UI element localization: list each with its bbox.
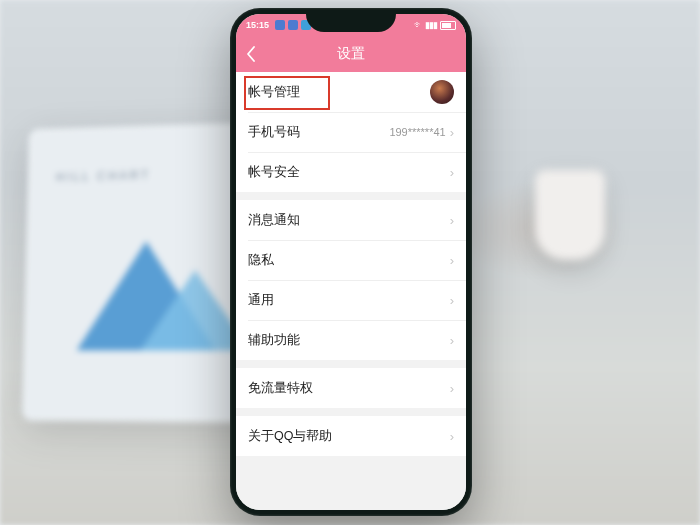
mug-decor bbox=[535, 170, 605, 260]
chevron-left-icon bbox=[246, 46, 256, 62]
battery-icon bbox=[440, 21, 456, 30]
header-bar: 设置 bbox=[236, 36, 466, 72]
settings-group: 免流量特权› bbox=[236, 368, 466, 408]
row-label: 辅助功能 bbox=[248, 332, 450, 349]
row-value: 199******41 bbox=[389, 126, 445, 138]
row-label: 手机号码 bbox=[248, 124, 389, 141]
phone-screen: 15:15 ᯤ ▮▮▮ 设置 帐号管理手机号码199******41›帐号安全›… bbox=[236, 14, 466, 510]
row-label: 消息通知 bbox=[248, 212, 450, 229]
notch bbox=[306, 14, 396, 32]
settings-row-phone[interactable]: 手机号码199******41› bbox=[236, 112, 466, 152]
chevron-right-icon: › bbox=[450, 125, 454, 140]
row-label: 通用 bbox=[248, 292, 450, 309]
chevron-right-icon: › bbox=[450, 381, 454, 396]
row-label: 帐号管理 bbox=[248, 84, 430, 101]
chevron-right-icon: › bbox=[450, 293, 454, 308]
settings-row-general[interactable]: 通用› bbox=[236, 280, 466, 320]
row-label: 关于QQ与帮助 bbox=[248, 428, 450, 445]
status-app-icon bbox=[275, 20, 285, 30]
row-label: 免流量特权 bbox=[248, 380, 450, 397]
wifi-icon: ᯤ bbox=[414, 20, 422, 30]
status-time: 15:15 bbox=[246, 20, 269, 30]
row-label: 帐号安全 bbox=[248, 164, 450, 181]
settings-row-datafree[interactable]: 免流量特权› bbox=[236, 368, 466, 408]
settings-content[interactable]: 帐号管理手机号码199******41›帐号安全›消息通知›隐私›通用›辅助功能… bbox=[236, 72, 466, 510]
settings-row-accessibility[interactable]: 辅助功能› bbox=[236, 320, 466, 360]
signal-icon: ▮▮▮ bbox=[425, 20, 437, 30]
back-button[interactable] bbox=[246, 36, 256, 72]
status-app-icon bbox=[288, 20, 298, 30]
page-title: 设置 bbox=[337, 45, 365, 63]
settings-group: 关于QQ与帮助› bbox=[236, 416, 466, 456]
row-label: 隐私 bbox=[248, 252, 450, 269]
settings-row-notifications[interactable]: 消息通知› bbox=[236, 200, 466, 240]
status-app-icons bbox=[275, 20, 311, 30]
settings-row-security[interactable]: 帐号安全› bbox=[236, 152, 466, 192]
chevron-right-icon: › bbox=[450, 165, 454, 180]
chevron-right-icon: › bbox=[450, 213, 454, 228]
settings-group: 消息通知›隐私›通用›辅助功能› bbox=[236, 200, 466, 360]
chevron-right-icon: › bbox=[450, 333, 454, 348]
chevron-right-icon: › bbox=[450, 253, 454, 268]
avatar bbox=[430, 80, 454, 104]
settings-group: 帐号管理手机号码199******41›帐号安全› bbox=[236, 72, 466, 192]
settings-row-account[interactable]: 帐号管理 bbox=[236, 72, 466, 112]
status-right: ᯤ ▮▮▮ bbox=[414, 14, 456, 36]
settings-row-privacy[interactable]: 隐私› bbox=[236, 240, 466, 280]
phone-frame: 15:15 ᯤ ▮▮▮ 设置 帐号管理手机号码199******41›帐号安全›… bbox=[230, 8, 472, 516]
chevron-right-icon: › bbox=[450, 429, 454, 444]
settings-row-about[interactable]: 关于QQ与帮助› bbox=[236, 416, 466, 456]
